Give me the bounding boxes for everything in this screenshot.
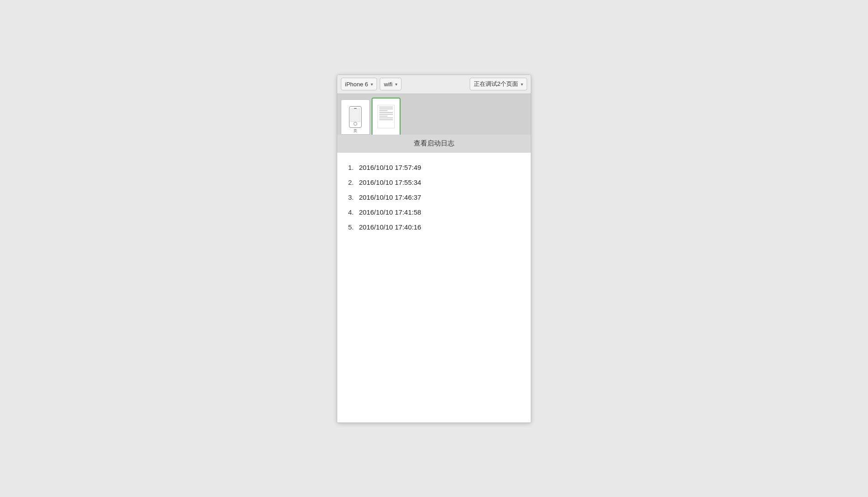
tab-iphone[interactable]: 页: [341, 99, 370, 135]
doc-line-8: [379, 119, 393, 120]
tab-document-inner: [373, 98, 400, 135]
status-dropdown[interactable]: 正在调试2个页面 ▾: [470, 78, 527, 90]
doc-thumbnail: [377, 105, 395, 128]
network-chevron-icon: ▾: [395, 82, 397, 87]
log-item: 1. 2016/10/10 17:57:49: [348, 160, 520, 175]
doc-line-2: [379, 108, 393, 109]
log-item: 3. 2016/10/10 17:46:37: [348, 190, 520, 205]
iphone-screen: [350, 108, 360, 122]
network-label: wifi: [384, 81, 392, 88]
section-header: 查看启动日志: [337, 135, 531, 153]
tab-bar: 页: [337, 94, 531, 135]
device-dropdown[interactable]: iPhone 6 ▾: [341, 78, 377, 90]
section-title: 查看启动日志: [414, 139, 454, 148]
tab-document[interactable]: [372, 98, 401, 135]
log-item: 4. 2016/10/10 17:41:58: [348, 205, 520, 220]
log-item: 5. 2016/10/10 17:40:16: [348, 220, 520, 234]
doc-line-4: [379, 112, 393, 113]
doc-line-6: [379, 116, 387, 117]
content-empty-area: [337, 242, 531, 422]
network-dropdown[interactable]: wifi ▾: [380, 78, 401, 90]
log-number-4: 4.: [348, 208, 357, 216]
device-chevron-icon: ▾: [371, 82, 373, 87]
log-timestamp-4: 2016/10/10 17:41:58: [359, 208, 421, 216]
status-chevron-icon: ▾: [521, 82, 523, 87]
iphone-thumbnail: [349, 106, 362, 128]
toolbar: iPhone 6 ▾ wifi ▾ 正在调试2个页面 ▾: [337, 75, 531, 94]
log-number-1: 1.: [348, 164, 357, 171]
doc-line-3: [379, 110, 387, 111]
content-area: 查看启动日志 1. 2016/10/10 17:57:49 2. 2016/10…: [337, 135, 531, 422]
log-number-3: 3.: [348, 193, 357, 201]
log-timestamp-2: 2016/10/10 17:55:34: [359, 178, 421, 186]
simulator-window: iPhone 6 ▾ wifi ▾ 正在调试2个页面 ▾ 页: [337, 75, 531, 423]
log-timestamp-5: 2016/10/10 17:40:16: [359, 223, 421, 231]
status-label: 正在调试2个页面: [474, 80, 518, 88]
tab-label-1: 页: [341, 128, 369, 134]
log-timestamp-3: 2016/10/10 17:46:37: [359, 193, 421, 201]
log-number-5: 5.: [348, 223, 357, 231]
doc-line-5: [379, 114, 393, 115]
log-item: 2. 2016/10/10 17:55:34: [348, 175, 520, 190]
doc-line-1: [379, 107, 393, 108]
log-number-2: 2.: [348, 178, 357, 186]
device-label: iPhone 6: [345, 81, 368, 88]
log-list: 1. 2016/10/10 17:57:49 2. 2016/10/10 17:…: [337, 153, 531, 242]
doc-line-7: [379, 117, 393, 118]
log-timestamp-1: 2016/10/10 17:57:49: [359, 164, 421, 171]
